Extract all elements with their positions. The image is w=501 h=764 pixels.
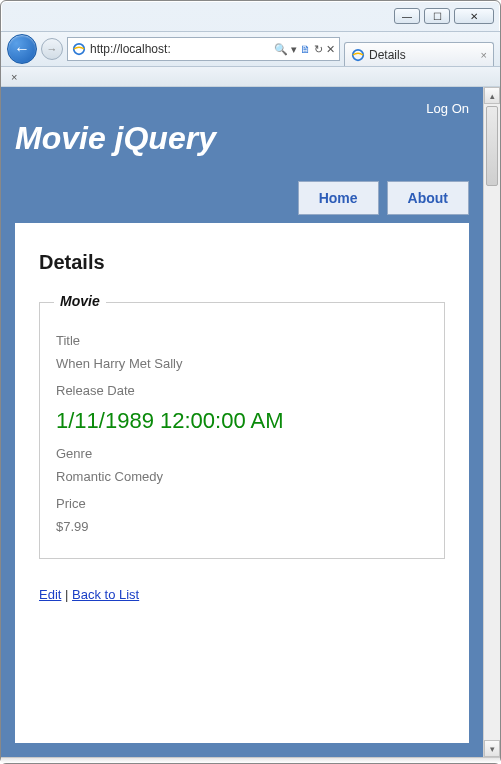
logon-row: Log On xyxy=(15,101,469,116)
scroll-thumb[interactable] xyxy=(486,106,498,186)
label-genre: Genre xyxy=(56,446,428,461)
window-minimize-button[interactable]: — xyxy=(394,8,420,24)
viewport: Log On Movie jQuery Home About Details M… xyxy=(1,87,500,757)
action-links: Edit | Back to List xyxy=(39,587,445,602)
value-title: When Harry Met Sally xyxy=(56,356,428,371)
stop-icon[interactable]: ✕ xyxy=(326,43,335,56)
tab-close-button[interactable]: × xyxy=(481,49,487,61)
browser-tab[interactable]: Details × xyxy=(344,42,494,66)
nav-tab-about[interactable]: About xyxy=(387,181,469,215)
close-icon: ✕ xyxy=(470,11,478,22)
nav-forward-button[interactable]: → xyxy=(41,38,63,60)
fieldset-legend: Movie xyxy=(54,293,106,309)
maximize-icon: ☐ xyxy=(433,11,442,22)
refresh-icon[interactable]: ↻ xyxy=(314,43,323,56)
ie-icon xyxy=(72,42,86,56)
arrow-left-icon: ← xyxy=(14,40,30,58)
window-close-button[interactable]: ✕ xyxy=(454,8,494,24)
back-to-list-link[interactable]: Back to List xyxy=(72,587,139,602)
dropdown-icon[interactable]: ▾ xyxy=(291,43,297,56)
scroll-down-button[interactable]: ▾ xyxy=(484,740,500,757)
tab-title: Details xyxy=(369,48,406,62)
command-bar-close-button[interactable]: × xyxy=(11,71,17,83)
page-heading: Details xyxy=(39,251,445,274)
nav-tabs: Home About xyxy=(15,181,469,215)
arrow-right-icon: → xyxy=(47,43,58,55)
vertical-scrollbar[interactable]: ▴ ▾ xyxy=(483,87,500,757)
minimize-icon: — xyxy=(402,11,412,22)
address-bar-controls: 🔍 ▾ 🗎 ↻ ✕ xyxy=(274,43,335,56)
window-bottom-border xyxy=(1,757,500,763)
command-bar: × xyxy=(1,67,500,87)
label-release-date: Release Date xyxy=(56,383,428,398)
edit-link[interactable]: Edit xyxy=(39,587,61,602)
label-price: Price xyxy=(56,496,428,511)
logon-link[interactable]: Log On xyxy=(426,101,469,116)
value-price: $7.99 xyxy=(56,519,428,534)
address-bar[interactable]: http://localhost: 🔍 ▾ 🗎 ↻ ✕ xyxy=(67,37,340,61)
value-release-date: 1/11/1989 12:00:00 AM xyxy=(56,408,428,434)
browser-toolbar: ← → http://localhost: 🔍 ▾ 🗎 ↻ ✕ Details … xyxy=(1,31,500,67)
chevron-down-icon: ▾ xyxy=(490,744,495,754)
search-icon[interactable]: 🔍 xyxy=(274,43,288,56)
window-maximize-button[interactable]: ☐ xyxy=(424,8,450,24)
window-titlebar: — ☐ ✕ xyxy=(1,1,500,31)
svg-point-0 xyxy=(74,44,85,55)
svg-point-1 xyxy=(353,49,364,60)
content-panel: Details Movie Title When Harry Met Sally… xyxy=(15,223,469,743)
value-genre: Romantic Comedy xyxy=(56,469,428,484)
scroll-track[interactable] xyxy=(484,104,500,740)
link-separator: | xyxy=(61,587,72,602)
viewport-content: Log On Movie jQuery Home About Details M… xyxy=(1,87,483,757)
chevron-up-icon: ▴ xyxy=(490,91,495,101)
tab-favicon-ie-icon xyxy=(351,48,365,62)
scroll-up-button[interactable]: ▴ xyxy=(484,87,500,104)
nav-tab-home[interactable]: Home xyxy=(298,181,379,215)
address-text: http://localhost: xyxy=(90,42,270,56)
window-frame: — ☐ ✕ ← → http://localhost: 🔍 ▾ 🗎 ↻ ✕ xyxy=(0,0,501,764)
site-title: Movie jQuery xyxy=(15,120,469,157)
label-title: Title xyxy=(56,333,428,348)
page-body: Log On Movie jQuery Home About Details M… xyxy=(1,87,483,757)
compat-view-icon[interactable]: 🗎 xyxy=(300,43,311,55)
tab-strip: Details × xyxy=(344,32,494,66)
movie-fieldset: Movie Title When Harry Met Sally Release… xyxy=(39,302,445,559)
site-header: Log On Movie jQuery Home About xyxy=(15,101,469,215)
nav-back-button[interactable]: ← xyxy=(7,34,37,64)
